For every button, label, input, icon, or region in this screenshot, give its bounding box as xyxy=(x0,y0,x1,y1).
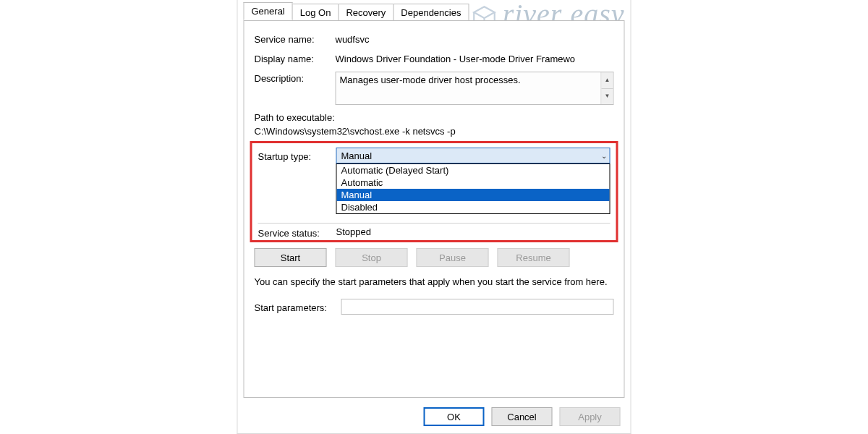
tab-panel-general: Service name: wudfsvc Display name: Wind… xyxy=(244,20,625,398)
tab-recovery[interactable]: Recovery xyxy=(338,4,393,21)
service-properties-dialog: river easy www.DriverEasy.com General Lo… xyxy=(237,0,631,434)
desc-scroll-down-icon[interactable]: ▼ xyxy=(602,89,613,105)
value-display-name: Windows Driver Foundation - User-mode Dr… xyxy=(336,52,614,64)
startup-option-disabled[interactable]: Disabled xyxy=(337,201,610,213)
startup-type-dropdown: Automatic (Delayed Start) Automatic Manu… xyxy=(336,163,610,214)
value-path: C:\Windows\system32\svchost.exe -k netsv… xyxy=(255,126,614,137)
start-parameters-input[interactable] xyxy=(341,299,614,315)
startup-type-selected-text: Manual xyxy=(341,150,373,161)
apply-button[interactable]: Apply xyxy=(560,407,621,426)
chevron-down-icon: ⌄ xyxy=(601,152,607,160)
start-button[interactable]: Start xyxy=(255,248,327,267)
label-startup-type: Startup type: xyxy=(258,150,336,162)
startup-type-combobox[interactable]: Manual ⌄ Automatic (Delayed Start) Autom… xyxy=(336,148,610,163)
label-path-to-exe: Path to executable: xyxy=(255,112,614,123)
description-box: Manages user-mode driver host processes.… xyxy=(336,72,614,105)
ok-button[interactable]: OK xyxy=(424,407,485,426)
startup-option-delayed[interactable]: Automatic (Delayed Start) xyxy=(337,164,610,176)
stop-button[interactable]: Stop xyxy=(336,248,408,267)
dialog-footer-buttons: OK Cancel Apply xyxy=(424,407,621,426)
value-service-name: wudfsvc xyxy=(336,33,614,45)
label-start-parameters: Start parameters: xyxy=(255,301,341,313)
value-description: Manages user-mode driver host processes. xyxy=(340,75,521,85)
pause-button[interactable]: Pause xyxy=(417,248,489,267)
start-parameters-hint: You can specify the start parameters tha… xyxy=(255,276,614,289)
label-service-name: Service name: xyxy=(255,33,336,45)
tab-general[interactable]: General xyxy=(244,2,293,20)
tab-dependencies[interactable]: Dependencies xyxy=(393,4,469,21)
label-description: Description: xyxy=(255,72,336,84)
label-display-name: Display name: xyxy=(255,52,336,64)
value-service-status: Stopped xyxy=(336,226,371,239)
startup-option-automatic[interactable]: Automatic xyxy=(337,176,610,189)
tab-log-on[interactable]: Log On xyxy=(292,4,339,21)
startup-option-manual[interactable]: Manual xyxy=(337,189,610,201)
startup-highlight: Startup type: Manual ⌄ Automatic (Delaye… xyxy=(250,141,618,242)
service-control-buttons: Start Stop Pause Resume xyxy=(255,248,614,267)
cancel-button[interactable]: Cancel xyxy=(492,407,553,426)
tab-strip: General Log On Recovery Dependencies xyxy=(244,1,631,20)
startup-type-selected[interactable]: Manual ⌄ xyxy=(336,148,610,163)
desc-scroll-up-icon[interactable]: ▲ xyxy=(602,72,613,89)
label-service-status: Service status: xyxy=(258,226,336,239)
resume-button[interactable]: Resume xyxy=(498,248,570,267)
